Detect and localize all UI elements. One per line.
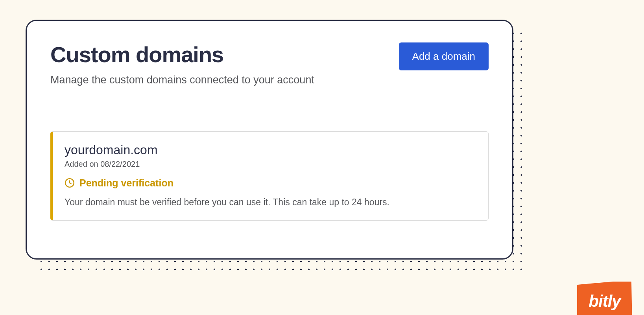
- domain-card[interactable]: yourdomain.com Added on 08/22/2021 Pendi…: [50, 131, 489, 221]
- add-domain-button[interactable]: Add a domain: [399, 42, 489, 70]
- domain-added-date: Added on 08/22/2021: [65, 160, 476, 169]
- header-text-block: Custom domains Manage the custom domains…: [50, 42, 314, 86]
- clock-icon: [65, 178, 75, 188]
- header-row: Custom domains Manage the custom domains…: [50, 42, 489, 86]
- bitly-logo: bitly: [577, 282, 632, 315]
- custom-domains-panel: Custom domains Manage the custom domains…: [26, 20, 513, 260]
- page-title: Custom domains: [50, 42, 314, 67]
- status-row: Pending verification: [65, 177, 476, 189]
- domain-name: yourdomain.com: [65, 143, 476, 157]
- status-description: Your domain must be verified before you …: [65, 196, 476, 208]
- status-label: Pending verification: [79, 177, 173, 189]
- page-subtitle: Manage the custom domains connected to y…: [50, 74, 314, 86]
